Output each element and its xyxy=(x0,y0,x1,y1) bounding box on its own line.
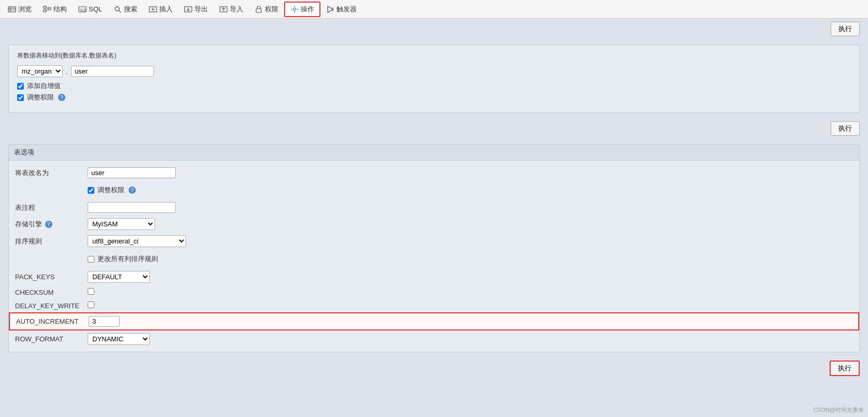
tab-search[interactable]: 搜索 xyxy=(108,2,143,17)
auto-increment-label: 添加自增值 xyxy=(27,81,61,91)
pack-keys-label: PACK_KEYS xyxy=(15,273,88,281)
exec-bar-1: 执行 xyxy=(0,19,868,39)
collation-select[interactable]: utf8_general_ci utf8mb4_general_ci latin… xyxy=(88,235,186,247)
change-all-collation-label: 更改所有列排序规则 xyxy=(97,254,158,264)
structure-icon xyxy=(43,5,51,13)
move-table-panel: 将数据表移动到(数据库名.数据表名) mz_organ . 添加自增值 调整权限… xyxy=(8,45,860,113)
row-format-label: ROW_FORMAT xyxy=(15,335,88,343)
tab-insert-label: 插入 xyxy=(159,5,173,14)
row-format-value-container: DYNAMIC COMPACT REDUNDANT FIXED xyxy=(88,333,853,345)
tab-export[interactable]: 导出 xyxy=(178,2,214,17)
collation-label: 排序规则 xyxy=(15,237,88,246)
import-icon xyxy=(219,5,228,13)
auto-increment-value-container xyxy=(89,316,852,327)
search-icon xyxy=(114,5,122,13)
delay-key-write-label: DELAY_KEY_WRITE xyxy=(15,302,88,310)
svg-rect-5 xyxy=(44,10,46,12)
svg-line-12 xyxy=(119,10,121,12)
svg-rect-4 xyxy=(44,6,46,8)
engine-row: 存储引擎 ? MyISAM InnoDB MEMORY CSV ARCHIVE xyxy=(9,215,859,233)
insert-icon xyxy=(149,5,157,13)
table-options-body: 将表改名为 调整权限 ? 表注程 xyxy=(9,161,859,352)
tab-insert[interactable]: 插入 xyxy=(143,2,178,17)
comment-input[interactable] xyxy=(88,202,176,213)
collation-value-container: utf8_general_ci utf8mb4_general_ci latin… xyxy=(88,235,853,247)
collation-row: 排序规则 utf8_general_ci utf8mb4_general_ci … xyxy=(9,233,859,250)
auto-increment-row: 添加自增值 xyxy=(17,81,851,91)
triggers-icon xyxy=(326,5,334,13)
auto-increment-checkbox[interactable] xyxy=(17,83,24,90)
auto-increment-option-row: AUTO_INCREMENT xyxy=(9,312,859,330)
change-all-collation-container: 更改所有列排序规则 xyxy=(88,252,853,266)
tab-privileges[interactable]: 权限 xyxy=(249,2,284,17)
tab-triggers[interactable]: 触发器 xyxy=(320,2,362,17)
tab-operations[interactable]: 操作 xyxy=(284,2,320,17)
toolbar: 浏览 结构 SQL SQL 搜索 插入 导出 xyxy=(0,0,868,19)
auto-increment-input[interactable] xyxy=(89,316,120,327)
tab-import[interactable]: 导入 xyxy=(214,2,249,17)
table-name-input[interactable] xyxy=(71,66,154,77)
tab-browse[interactable]: 浏览 xyxy=(2,2,37,17)
dot-separator: . xyxy=(66,67,68,76)
table-options-title: 表选项 xyxy=(14,148,34,156)
adjust-privileges-row-1: 调整权限 ? xyxy=(17,93,851,102)
sql-icon: SQL xyxy=(78,5,87,13)
comment-row: 表注程 xyxy=(9,199,859,215)
rename-value-container xyxy=(88,167,853,178)
delay-key-write-checkbox[interactable] xyxy=(88,301,94,308)
db-select[interactable]: mz_organ xyxy=(17,65,63,77)
adjust-privileges-help-icon-2[interactable]: ? xyxy=(129,186,136,194)
rename-label: 将表改名为 xyxy=(15,168,88,178)
pack-keys-value-container: DEFAULT 0 1 xyxy=(88,271,853,283)
checksum-value-container xyxy=(88,288,853,296)
rename-input[interactable] xyxy=(88,167,176,178)
engine-select[interactable]: MyISAM InnoDB MEMORY CSV ARCHIVE xyxy=(88,218,155,230)
svg-rect-6 xyxy=(48,8,51,10)
browse-icon xyxy=(8,5,16,13)
svg-text:SQL: SQL xyxy=(80,8,87,12)
exec-bar-2: 执行 xyxy=(0,118,868,139)
delay-key-write-value-container xyxy=(88,301,853,310)
adjust-privileges-help-icon-1[interactable]: ? xyxy=(58,94,65,101)
watermark: CSDN@时间光重来 xyxy=(814,406,864,414)
comment-label: 表注程 xyxy=(15,203,88,212)
tab-sql[interactable]: SQL SQL xyxy=(73,3,108,16)
row-format-row: ROW_FORMAT DYNAMIC COMPACT REDUNDANT FIX… xyxy=(9,330,859,348)
exec-button-1[interactable]: 执行 xyxy=(831,22,860,36)
table-options-panel: 表选项 将表改名为 调整权限 ? xyxy=(8,144,860,352)
adjust-privileges-row-2: 调整权限 ? xyxy=(9,181,859,199)
pack-keys-select[interactable]: DEFAULT 0 1 xyxy=(88,271,150,283)
adjust-privileges-label-2: 调整权限 xyxy=(97,185,124,195)
checksum-label: CHECKSUM xyxy=(15,289,88,296)
tab-structure[interactable]: 结构 xyxy=(37,2,73,17)
adjust-privileges-checkbox-1[interactable] xyxy=(17,94,24,101)
move-table-row: mz_organ . xyxy=(17,65,851,77)
svg-marker-26 xyxy=(328,6,333,12)
operations-icon xyxy=(290,5,299,13)
adjust-privileges-checkbox-2[interactable] xyxy=(88,187,94,194)
adjust-privileges-label-1: 调整权限 xyxy=(27,93,54,102)
privileges-icon xyxy=(255,5,263,13)
auto-increment-option-label: AUTO_INCREMENT xyxy=(16,318,89,325)
svg-rect-20 xyxy=(256,9,261,12)
tab-structure-label: 结构 xyxy=(53,5,67,14)
rename-row: 将表改名为 xyxy=(9,165,859,181)
export-icon xyxy=(184,5,192,13)
engine-help-icon[interactable]: ? xyxy=(45,221,52,228)
svg-point-11 xyxy=(115,7,119,11)
svg-point-21 xyxy=(293,8,296,10)
delay-key-write-row: DELAY_KEY_WRITE xyxy=(9,299,859,312)
checksum-checkbox[interactable] xyxy=(88,288,94,295)
tab-triggers-label: 触发器 xyxy=(337,5,357,14)
exec-button-3[interactable]: 执行 xyxy=(830,361,860,376)
main-content: 执行 将数据表移动到(数据库名.数据表名) mz_organ . 添加自增值 调… xyxy=(0,19,868,417)
checksum-row: CHECKSUM xyxy=(9,285,859,299)
tab-search-label: 搜索 xyxy=(124,5,137,14)
change-all-collation-checkbox[interactable] xyxy=(88,256,94,263)
adjust-privileges-container-2: 调整权限 ? xyxy=(88,183,853,197)
engine-label: 存储引擎 ? xyxy=(15,220,88,229)
exec-button-2[interactable]: 执行 xyxy=(831,121,860,136)
tab-export-label: 导出 xyxy=(194,5,208,14)
svg-rect-0 xyxy=(8,7,16,12)
row-format-select[interactable]: DYNAMIC COMPACT REDUNDANT FIXED xyxy=(88,333,150,345)
